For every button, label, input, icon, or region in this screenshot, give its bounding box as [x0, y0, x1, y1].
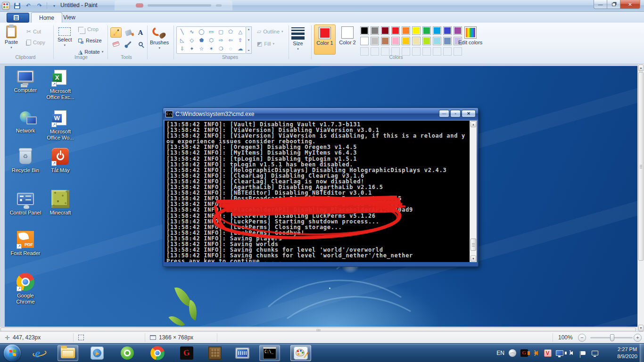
palette-color[interactable]	[411, 36, 421, 46]
taskbar-item-garena[interactable]: G	[176, 345, 197, 361]
tray-display[interactable]	[555, 349, 563, 357]
fill-shape-button[interactable]: ◩ Fill▾	[257, 41, 274, 47]
desktop-icon-recycle-bin[interactable]: Recycle Bin	[8, 147, 43, 173]
desktop-icon-control-panel[interactable]: Control Panel	[8, 189, 43, 216]
rotate-button[interactable]: ◮ Rotate▾	[78, 49, 103, 55]
palette-color[interactable]	[390, 36, 401, 46]
palette-empty-slot[interactable]	[453, 46, 463, 57]
redo-button[interactable]: ↷	[35, 2, 44, 9]
desktop-icon-shutdown[interactable]: ↗ Tắt Máy	[42, 147, 78, 173]
zoom-out-button[interactable]: −	[578, 334, 586, 342]
palette-empty-slot[interactable]	[421, 46, 432, 57]
shapes-expand-icon[interactable]: ⏷	[248, 49, 250, 52]
v-scroll-up-icon[interactable]: ▲	[638, 65, 644, 71]
cmd-minimize-button[interactable]: —	[439, 110, 449, 117]
palette-color[interactable]	[380, 36, 390, 46]
shapes-scroll-up-icon[interactable]: ▲	[248, 28, 250, 31]
palette-color[interactable]	[411, 25, 421, 36]
cut-button[interactable]: ✂ Cut	[26, 28, 41, 35]
minimize-button[interactable]: —	[594, 0, 607, 9]
v-scroll-thumb[interactable]	[638, 72, 644, 261]
fill-tool[interactable]	[123, 27, 134, 38]
palette-color[interactable]	[359, 25, 370, 36]
cmd-titlebar[interactable]: C:\ C:\Windows\system32\cmd.exe	[163, 108, 478, 120]
color1-button[interactable]: Color 1	[314, 25, 336, 55]
tray-action-center[interactable]	[579, 349, 587, 357]
start-button[interactable]	[4, 345, 21, 362]
crop-button[interactable]: Crop	[78, 26, 99, 32]
magnifier-tool[interactable]	[135, 39, 146, 49]
file-menu-button[interactable]: ▾	[7, 13, 29, 23]
palette-color[interactable]	[432, 36, 442, 46]
color-picker-tool[interactable]	[123, 39, 134, 49]
shapes-scroll-down-icon[interactable]: ▼	[248, 39, 250, 41]
tray-unikey[interactable]: V	[544, 349, 552, 357]
customize-qat-button[interactable]: ▾	[50, 2, 58, 9]
taskbar-item-osk[interactable]	[232, 345, 253, 361]
desktop-icon-excel[interactable]: X↗ Microsoft Office Exc...	[42, 68, 78, 100]
close-button[interactable]: ✕	[620, 0, 640, 9]
paint-canvas-image[interactable]: Computer X↗ Microsoft Office Exc... Netw…	[5, 66, 637, 327]
shapes-grid[interactable]: ╲∿◯▭▢⬠△ ◺◇⬟⬡⇨⇦⇧ ⇩✦☆✶❍◌☁	[176, 26, 246, 54]
palette-color[interactable]	[421, 36, 432, 46]
paste-button[interactable]: Paste▾	[5, 25, 18, 49]
palette-color[interactable]	[401, 25, 411, 36]
cmd-maximize-button[interactable]: ▫	[450, 110, 461, 117]
color2-button[interactable]: Color 2	[337, 25, 358, 55]
brushes-button[interactable]: Brushes▾	[150, 26, 169, 50]
palette-empty-slot[interactable]	[359, 46, 370, 57]
taskbar-item-paint[interactable]	[290, 345, 311, 361]
language-indicator[interactable]: EN	[496, 350, 504, 356]
outline-button[interactable]: ▱ Outline▾	[257, 28, 283, 35]
taskbar-item-minecraft[interactable]	[205, 345, 225, 361]
tray-audio-orange[interactable]	[532, 349, 540, 357]
undo-button[interactable]: ↶	[24, 2, 33, 9]
edit-colors-button[interactable]: Edit colors	[458, 26, 482, 45]
palette-color[interactable]	[421, 25, 432, 36]
palette-color[interactable]	[370, 36, 380, 46]
cmd-console[interactable]: [13:58:42 INFO]: [Vault] Disabling Vault…	[165, 121, 477, 262]
desktop-icon-chrome[interactable]: ↗ Google Chrome	[8, 272, 43, 305]
show-desktop-button[interactable]	[640, 344, 644, 362]
tray-garena[interactable]: G	[520, 349, 528, 357]
text-tool[interactable]: A	[135, 27, 146, 38]
taskbar-item-chrome[interactable]	[147, 345, 168, 361]
palette-color[interactable]	[390, 25, 401, 36]
taskbar-item-media-player[interactable]: ▶	[87, 345, 107, 361]
shapes-scrollbar[interactable]: ▲ ▼ ⏷	[246, 26, 252, 54]
cmd-close-button[interactable]: ✕	[462, 110, 476, 117]
desktop-icon-network[interactable]: Network	[8, 107, 43, 134]
zoom-slider-thumb[interactable]	[610, 334, 614, 341]
zoom-in-button[interactable]: +	[634, 334, 642, 342]
desktop-icon-minecraft[interactable]: Minecraft	[42, 189, 78, 216]
scroll-thumb[interactable]	[471, 239, 476, 251]
taskbar-clock[interactable]: 2:27 PM 8/9/2020	[617, 346, 637, 360]
v-scroll-down-icon[interactable]: ▼	[638, 325, 644, 331]
zoom-slider[interactable]	[590, 337, 633, 338]
size-button[interactable]: Size▾	[291, 27, 305, 51]
palette-color[interactable]	[442, 25, 453, 36]
palette-color[interactable]	[370, 25, 380, 36]
palette-color[interactable]	[380, 25, 390, 36]
restore-button[interactable]	[607, 0, 620, 9]
eraser-tool[interactable]	[110, 39, 122, 49]
copy-button[interactable]: Copy	[26, 40, 45, 45]
scroll-down-icon[interactable]: ▼	[471, 255, 476, 262]
palette-color[interactable]	[442, 36, 453, 46]
scroll-up-icon[interactable]: ▲	[471, 121, 476, 127]
palette-empty-slot[interactable]	[442, 46, 453, 57]
pencil-tool[interactable]	[110, 27, 122, 38]
tray-volume[interactable]	[567, 349, 575, 357]
taskbar-item-explorer[interactable]	[58, 345, 78, 361]
palette-empty-slot[interactable]	[432, 46, 442, 57]
select-button[interactable]: Select▾	[58, 27, 72, 47]
cmd-scrollbar[interactable]: ▲ ▼	[470, 121, 477, 262]
tray-network[interactable]	[591, 349, 599, 357]
taskbar-item-internet-explorer[interactable]: e	[29, 345, 50, 361]
desktop-icon-word[interactable]: W↗ Microsoft Office Wo...	[42, 108, 78, 141]
taskbar-item-cmd[interactable]: C:\_	[259, 345, 280, 361]
palette-color[interactable]	[401, 36, 411, 46]
desktop-icon-foxit[interactable]: ↗ Foxit Reader	[8, 230, 43, 256]
taskbar-item-coccoc[interactable]	[117, 345, 138, 361]
hidden-icons-button[interactable]	[508, 349, 516, 357]
